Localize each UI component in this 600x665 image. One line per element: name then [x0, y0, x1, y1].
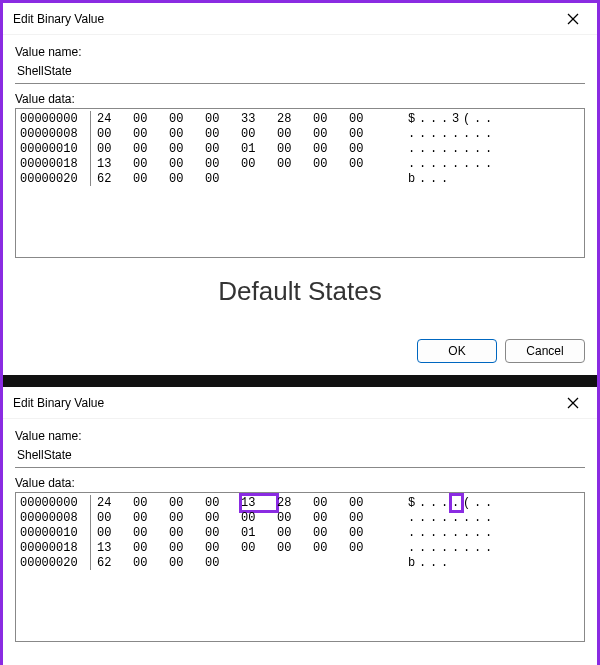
hex-byte[interactable]: 00	[277, 525, 313, 541]
hex-byte[interactable]: 00	[349, 495, 385, 511]
hex-byte[interactable]: 00	[133, 525, 169, 541]
hex-byte[interactable]: 00	[133, 510, 169, 526]
hex-ascii-char: .	[462, 540, 473, 556]
hex-byte[interactable]: 00	[133, 141, 169, 157]
hex-byte[interactable]: 00	[313, 540, 349, 556]
hex-byte[interactable]: 00	[97, 510, 133, 526]
hex-byte[interactable]: 00	[277, 156, 313, 172]
hex-byte[interactable]: 00	[313, 111, 349, 127]
hex-byte[interactable]: 00	[349, 141, 385, 157]
hex-byte[interactable]: 00	[277, 510, 313, 526]
hex-separator	[90, 111, 91, 126]
hex-byte[interactable]: 00	[133, 111, 169, 127]
hex-byte[interactable]: 00	[169, 141, 205, 157]
hex-byte[interactable]: 00	[169, 156, 205, 172]
hex-byte[interactable]: 00	[205, 525, 241, 541]
hex-byte[interactable]: 00	[133, 171, 169, 187]
hex-byte[interactable]: 00	[133, 540, 169, 556]
hex-byte[interactable]: 00	[205, 141, 241, 157]
hex-byte[interactable]: 00	[205, 126, 241, 142]
hex-byte[interactable]: 28	[277, 495, 313, 511]
hex-byte[interactable]: 00	[349, 510, 385, 526]
hex-ascii: ........	[407, 141, 580, 156]
value-name-input[interactable]: ShellState	[15, 445, 585, 468]
hex-byte[interactable]: 13	[97, 540, 133, 556]
hex-ascii-char: .	[429, 156, 440, 172]
hex-ascii-char: (	[462, 495, 473, 511]
cancel-button[interactable]: Cancel	[505, 339, 585, 363]
hex-separator	[90, 540, 91, 555]
hex-byte[interactable]: 00	[133, 126, 169, 142]
hex-byte[interactable]: 00	[133, 156, 169, 172]
hex-byte[interactable]: 00	[313, 525, 349, 541]
hex-byte[interactable]: 24	[97, 495, 133, 511]
hex-byte[interactable]: 00	[349, 525, 385, 541]
hex-row: 000000080000000000000000........	[20, 126, 580, 141]
hex-byte[interactable]: 13	[241, 495, 277, 511]
hex-byte[interactable]: 28	[277, 111, 313, 127]
hex-byte[interactable]: 33	[241, 111, 277, 127]
hex-row: 000000181300000000000000........	[20, 156, 580, 171]
hex-byte[interactable]: 00	[313, 495, 349, 511]
hex-byte[interactable]: 00	[241, 540, 277, 556]
hex-ascii-char: .	[418, 555, 429, 571]
hex-byte[interactable]: 00	[169, 171, 205, 187]
hex-byte[interactable]: 00	[205, 111, 241, 127]
titlebar: Edit Binary Value	[3, 387, 597, 419]
hex-byte[interactable]: 00	[169, 510, 205, 526]
hex-byte[interactable]: 00	[241, 510, 277, 526]
dialog-default: Edit Binary Value Value name: ShellState…	[3, 3, 597, 375]
hex-byte[interactable]: 01	[241, 525, 277, 541]
hex-byte[interactable]: 00	[169, 126, 205, 142]
hex-byte[interactable]: 00	[97, 126, 133, 142]
hex-bytes: 1300000000000000	[97, 156, 407, 171]
hex-byte[interactable]: 24	[97, 111, 133, 127]
hex-byte[interactable]: 00	[169, 495, 205, 511]
hex-ascii-char: (	[462, 111, 473, 127]
hex-byte[interactable]: 01	[241, 141, 277, 157]
hex-byte[interactable]: 00	[97, 525, 133, 541]
hex-ascii-char: .	[440, 171, 451, 187]
hex-byte[interactable]: 00	[277, 141, 313, 157]
value-name-input[interactable]: ShellState	[15, 61, 585, 84]
hex-separator	[90, 126, 91, 141]
hex-byte[interactable]: 00	[349, 156, 385, 172]
hex-ascii-char: .	[407, 156, 418, 172]
hex-byte[interactable]: 00	[313, 510, 349, 526]
hex-byte[interactable]: 00	[205, 156, 241, 172]
hex-byte[interactable]: 00	[277, 540, 313, 556]
hex-byte[interactable]: 00	[205, 510, 241, 526]
hex-byte[interactable]: 00	[205, 540, 241, 556]
hex-byte[interactable]: 00	[133, 495, 169, 511]
hex-byte[interactable]: 00	[205, 171, 241, 187]
hex-byte[interactable]: 00	[205, 495, 241, 511]
hex-bytes: 2400000033280000	[97, 111, 407, 126]
hex-byte[interactable]: 00	[349, 111, 385, 127]
hex-byte[interactable]: 62	[97, 171, 133, 187]
hex-byte[interactable]: 00	[169, 525, 205, 541]
hex-byte[interactable]: 00	[313, 141, 349, 157]
hex-editor[interactable]: 000000002400000013280000$....(..00000008…	[15, 492, 585, 642]
hex-byte[interactable]: 00	[169, 555, 205, 571]
close-icon[interactable]	[555, 389, 591, 417]
hex-ascii-char: .	[440, 540, 451, 556]
hex-byte[interactable]: 00	[169, 111, 205, 127]
hex-byte[interactable]: 00	[313, 126, 349, 142]
hex-byte[interactable]: 00	[205, 555, 241, 571]
hex-byte[interactable]: 00	[349, 540, 385, 556]
hex-byte[interactable]: 00	[241, 156, 277, 172]
ok-button[interactable]: OK	[417, 339, 497, 363]
hex-byte[interactable]: 00	[241, 126, 277, 142]
hex-byte[interactable]: 00	[313, 156, 349, 172]
hex-offset: 00000000	[20, 495, 90, 510]
hex-byte[interactable]: 00	[349, 126, 385, 142]
hex-byte[interactable]: 00	[169, 540, 205, 556]
close-icon[interactable]	[555, 5, 591, 33]
hex-ascii-char: .	[462, 126, 473, 142]
hex-byte[interactable]: 62	[97, 555, 133, 571]
hex-byte[interactable]: 00	[277, 126, 313, 142]
hex-byte[interactable]: 00	[97, 141, 133, 157]
hex-editor[interactable]: 000000002400000033280000$...3(..00000008…	[15, 108, 585, 258]
hex-byte[interactable]: 00	[133, 555, 169, 571]
hex-byte[interactable]: 13	[97, 156, 133, 172]
